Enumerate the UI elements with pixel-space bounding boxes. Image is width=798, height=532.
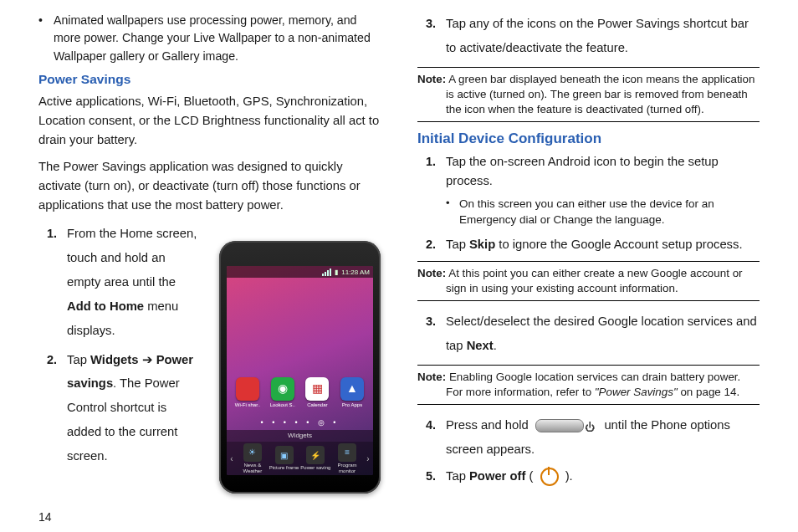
- app-icon: ▦Calendar: [301, 377, 333, 414]
- widget-item: ⚡Power saving: [300, 446, 332, 471]
- idc-step-5-text: Tap Power off ( ).: [446, 467, 760, 486]
- app-label: Wi-Fi shar..: [235, 402, 260, 407]
- t-bold: Skip: [469, 238, 495, 251]
- step-number: 4.: [417, 413, 446, 462]
- step-1-text: From the Home screen, touch and hold an …: [67, 222, 197, 342]
- idc-step-3: 3. Select/deselect the desired Google lo…: [417, 309, 760, 358]
- bullet-dot: •: [38, 12, 54, 65]
- app-label: Pro Apps: [342, 402, 362, 407]
- t: ).: [562, 469, 573, 483]
- widgets-header: Widgets: [227, 430, 373, 442]
- widget-label: Program monitor: [338, 463, 357, 473]
- note-text: on page 14.: [678, 386, 739, 398]
- step-number: 1.: [417, 152, 446, 191]
- widgets-row: ‹ ☀News & Weather ▣Picture frame ⚡Power …: [227, 442, 373, 475]
- battery-icon: ▮: [335, 269, 338, 276]
- power-off-icon: [540, 468, 559, 486]
- t: to ignore the Google Account setup proce…: [495, 238, 742, 251]
- widget-label: Picture frame: [269, 465, 299, 470]
- bullet-dot: •: [446, 196, 459, 228]
- step-number: 2.: [417, 235, 446, 254]
- widget-label: News & Weather: [243, 463, 263, 473]
- step-number: 5.: [417, 467, 446, 486]
- widget-item: ☀News & Weather: [237, 443, 269, 473]
- t: .: [494, 339, 497, 352]
- idc-steps-4: 4. Press and hold until the Phone option…: [417, 413, 760, 486]
- widget-item: ▣Picture frame: [269, 446, 300, 471]
- t: Tap: [446, 469, 469, 483]
- power-savings-p2: The Power Savings application was design…: [38, 157, 381, 215]
- chevron-right-icon: ›: [363, 454, 373, 463]
- note-ref: "Power Savings": [595, 386, 678, 398]
- step-number: 3.: [417, 309, 446, 358]
- t-bold: Widgets: [90, 353, 138, 366]
- step-number: 1.: [38, 222, 67, 342]
- t: Press and hold: [446, 418, 532, 432]
- t-bold: Add to Home: [67, 299, 144, 313]
- step-number: 2.: [38, 348, 67, 468]
- idc-step-4-text: Press and hold until the Phone options s…: [446, 413, 760, 462]
- app-label: Lookout S..: [269, 402, 294, 407]
- app-label: Calendar: [307, 402, 327, 407]
- arrow: ➔: [138, 353, 156, 366]
- page-indicator: • • • • • ◎ •: [227, 418, 373, 427]
- manual-page: • Animated wallpapers use processing pow…: [0, 0, 798, 532]
- left-column: • Animated wallpapers use processing pow…: [38, 12, 399, 525]
- heading-initial-device-config: Initial Device Configuration: [417, 130, 760, 147]
- t-bold: Next: [467, 339, 494, 352]
- step-number: 3.: [417, 12, 446, 60]
- note-label: Note:: [417, 73, 446, 85]
- phone-status-bar: ▮ 11:28 AM: [227, 266, 373, 278]
- app-icon: Wi-Fi shar..: [232, 377, 263, 414]
- note-green-bar: Note: A green bar displayed beneath the …: [417, 67, 760, 122]
- idc-step-5: 5. Tap Power off ( ).: [417, 467, 760, 486]
- idc-step-2: 2. Tap Skip to ignore the Google Account…: [417, 235, 760, 254]
- idc-steps-3: 3. Select/deselect the desired Google lo…: [417, 309, 760, 358]
- idc-steps: 1. Tap the on-screen Android icon to beg…: [417, 152, 760, 191]
- step-3: 3. Tap any of the icons on the Power Sav…: [417, 12, 760, 60]
- signal-icon: [322, 269, 331, 276]
- chevron-left-icon: ‹: [227, 454, 237, 463]
- step-1: 1. From the Home screen, touch and hold …: [38, 222, 197, 342]
- idc-step-1-sub: • On this screen you can either use the …: [446, 196, 760, 228]
- note-text: A green bar displayed beneath the icon m…: [446, 73, 755, 115]
- step-2-text: Tap Widgets ➔ Power savings. The Power C…: [67, 348, 197, 468]
- idc-step-3-text: Select/deselect the desired Google locat…: [446, 309, 760, 358]
- step-2: 2. Tap Widgets ➔ Power savings. The Powe…: [38, 348, 197, 468]
- t: Tap: [446, 238, 469, 251]
- wallpaper-tip-bullet: • Animated wallpapers use processing pow…: [38, 12, 381, 65]
- idc-step-1: 1. Tap the on-screen Android icon to beg…: [417, 152, 760, 191]
- heading-power-savings: Power Savings: [38, 72, 381, 87]
- note-label: Note:: [417, 267, 446, 279]
- t: From the Home screen, touch and hold an …: [67, 227, 197, 289]
- phone-app-row: Wi-Fi shar.. ◉Lookout S.. ▦Calendar ▲Pro…: [232, 377, 368, 414]
- step-3-text: Tap any of the icons on the Power Saving…: [446, 12, 760, 60]
- power-savings-steps-cont: 3. Tap any of the icons on the Power Sav…: [417, 12, 760, 60]
- right-column: 3. Tap any of the icons on the Power Sav…: [399, 12, 760, 525]
- power-savings-steps: 1. From the Home screen, touch and hold …: [38, 222, 197, 468]
- phone-screen: ▮ 11:28 AM Wi-Fi shar.. ◉Lookout S.. ▦Ca…: [227, 266, 373, 475]
- idc-step-1-text: Tap the on-screen Android icon to begin …: [446, 152, 760, 191]
- power-savings-p1: Active applications, Wi-Fi, Bluetooth, G…: [38, 92, 381, 150]
- idc-step-4: 4. Press and hold until the Phone option…: [417, 413, 760, 462]
- app-icon: ▲Pro Apps: [336, 377, 368, 414]
- widget-item: ≡Program monitor: [331, 443, 363, 473]
- wallpaper-tip-text: Animated wallpapers use processing power…: [54, 12, 381, 65]
- app-icon: ◉Lookout S..: [267, 377, 299, 414]
- phone-screenshot: ▮ 11:28 AM Wi-Fi shar.. ◉Lookout S.. ▦Ca…: [219, 241, 381, 494]
- phone-clock: 11:28 AM: [341, 269, 370, 276]
- power-key-icon: [535, 419, 584, 432]
- note-text: At this point you can either create a ne…: [446, 267, 743, 294]
- page-number: 14: [38, 510, 52, 524]
- idc-step-1-sub-text: On this screen you can either use the de…: [459, 196, 760, 228]
- note-google-account: Note: At this point you can either creat…: [417, 261, 760, 301]
- idc-steps-2: 2. Tap Skip to ignore the Google Account…: [417, 235, 760, 254]
- widget-label: Power saving: [300, 465, 330, 470]
- idc-step-2-text: Tap Skip to ignore the Google Account se…: [446, 235, 760, 254]
- t-bold: Power off: [469, 469, 525, 483]
- note-label: Note:: [417, 371, 446, 383]
- t: (: [525, 469, 536, 483]
- note-location-services: Note: Enabling Google location services …: [417, 365, 760, 405]
- t: Tap: [67, 353, 90, 366]
